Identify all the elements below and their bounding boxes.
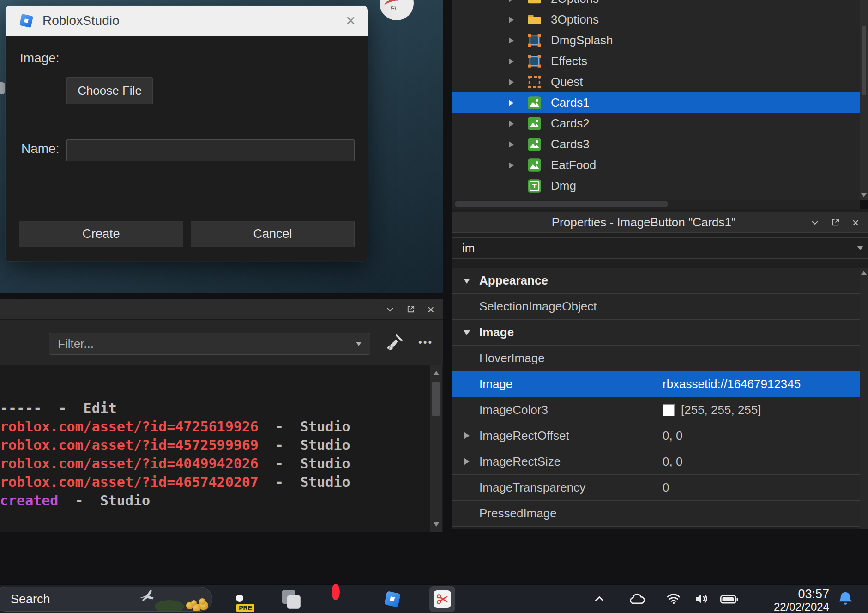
expand-arrow-icon[interactable]: [509, 100, 514, 106]
expand-arrow-icon[interactable]: [509, 17, 514, 23]
popout-icon[interactable]: [405, 304, 416, 315]
dropdown-arrow-icon[interactable]: [857, 246, 863, 250]
explorer-item-3options[interactable]: 3Options: [452, 9, 860, 30]
property-row-imagetransparency[interactable]: ImageTransparency 0: [452, 475, 860, 501]
viewport-ui-fragment: [0, 82, 5, 94]
expand-arrow-icon[interactable]: [509, 79, 514, 85]
explorer-panel: 2Options 3Options DmgSplash Effects: [452, 0, 868, 200]
create-button[interactable]: Create: [19, 221, 183, 247]
more-options-icon[interactable]: •••: [418, 336, 433, 348]
property-row-imagerectoffset[interactable]: ImageRectOffset 0, 0: [452, 423, 860, 449]
expand-arrow-icon[interactable]: [509, 121, 514, 127]
notification-bell-icon[interactable]: [837, 590, 854, 609]
choose-file-button[interactable]: Choose File: [66, 77, 153, 104]
property-value[interactable]: [656, 501, 860, 526]
taskbar-search[interactable]: Search: [0, 587, 212, 612]
expand-arrow-icon[interactable]: [509, 37, 514, 44]
explorer-item-cards1[interactable]: Cards1: [452, 92, 860, 113]
expand-arrow-icon[interactable]: [509, 141, 514, 148]
property-row-image[interactable]: Image rbxassetid://16467912345: [452, 371, 860, 397]
explorer-item-label: EatFood: [551, 158, 596, 172]
output-filter-dropdown[interactable]: Filter...: [49, 333, 370, 355]
property-row-pressedimage[interactable]: PressedImage: [452, 501, 860, 527]
collapse-arrow-icon[interactable]: [464, 279, 470, 284]
taskbar-app-snipping-active[interactable]: [429, 586, 455, 612]
scrollbar-thumb[interactable]: [432, 382, 440, 416]
property-value[interactable]: rbxassetid://16467912345: [656, 371, 860, 397]
section-row-image[interactable]: Image: [452, 320, 860, 346]
name-input[interactable]: [66, 139, 355, 161]
taskbar-app-opera[interactable]: [332, 588, 354, 610]
popout-icon[interactable]: [830, 218, 840, 228]
taskbar-app-paint-preview[interactable]: PRE: [229, 588, 251, 610]
explorer-item-eatfood[interactable]: EatFood: [452, 155, 860, 176]
dropdown-arrow-icon: [356, 342, 362, 346]
property-row-hoverimage[interactable]: HoverImage: [452, 346, 860, 371]
explorer-item-2options[interactable]: 2Options: [452, 0, 860, 9]
explorer-item-quest[interactable]: Quest: [452, 72, 860, 92]
section-label: Appearance: [479, 273, 548, 288]
expand-arrow-icon[interactable]: [464, 458, 470, 465]
close-icon[interactable]: ×: [850, 218, 861, 228]
property-row-selectionimageobject[interactable]: SelectionImageObject: [452, 294, 860, 320]
snip-icon: [434, 590, 451, 608]
taskbar-app-windows[interactable]: [280, 588, 302, 610]
property-value[interactable]: 0: [656, 475, 860, 500]
properties-search-input[interactable]: im: [452, 237, 868, 259]
property-value[interactable]: [656, 294, 860, 319]
expand-arrow-icon[interactable]: [509, 0, 514, 2]
clear-output-icon[interactable]: [385, 334, 404, 352]
chevron-down-icon[interactable]: [385, 304, 395, 315]
color-swatch[interactable]: [663, 404, 675, 416]
explorer-item-dmg[interactable]: T Dmg: [452, 176, 860, 196]
taskbar-clock[interactable]: 03:57 22/02/2024: [774, 587, 829, 613]
expand-arrow-icon[interactable]: [509, 58, 514, 65]
close-icon[interactable]: ×: [346, 12, 356, 29]
chevron-down-icon[interactable]: [810, 218, 820, 228]
viewport-billboard: Fl: [380, 0, 414, 20]
scroll-up-icon[interactable]: [861, 271, 867, 275]
explorer-item-effects[interactable]: Effects: [452, 51, 860, 72]
cancel-button[interactable]: Cancel: [191, 221, 355, 247]
property-row-imagecolor3[interactable]: ImageColor3 [255, 255, 255]: [452, 397, 860, 423]
explorer-item-label: Dmg: [551, 179, 576, 193]
collapse-arrow-icon[interactable]: [464, 330, 470, 335]
tray-chevron-up-icon[interactable]: [592, 591, 606, 607]
property-value[interactable]: [255, 255, 255]: [656, 397, 860, 423]
log-line: roblox.com/asset/?id=4572599969 - Studio: [0, 436, 443, 455]
tray-battery-icon[interactable]: [720, 595, 739, 606]
properties-vertical-scrollbar[interactable]: [860, 268, 868, 529]
tray-wifi-icon[interactable]: [666, 591, 681, 608]
property-row-imagerectsize[interactable]: ImageRectSize 0, 0: [452, 449, 860, 475]
scroll-up-icon[interactable]: [430, 366, 442, 380]
property-value[interactable]: [656, 346, 860, 371]
output-toolbar: Filter... •••: [0, 320, 443, 365]
properties-title: Properties - ImageButton "Cards1": [452, 215, 810, 230]
property-name: SelectionImageObject: [452, 294, 656, 319]
dialog-titlebar[interactable]: RobloxStudio ×: [6, 6, 368, 36]
expand-arrow-icon[interactable]: [464, 432, 470, 439]
expand-arrow-icon[interactable]: [509, 162, 514, 169]
tray-volume-icon[interactable]: [694, 591, 709, 608]
section-row-appearance[interactable]: Appearance: [452, 268, 860, 294]
output-log[interactable]: ----- - Edit roblox.com/asset/?id=472561…: [0, 365, 443, 532]
scrollbar-thumb[interactable]: [862, 26, 866, 95]
explorer-vertical-scrollbar[interactable]: [860, 0, 868, 200]
property-value[interactable]: 0, 0: [656, 423, 860, 449]
explorer-horizontal-scrollbar[interactable]: [452, 200, 860, 209]
taskbar-app-roblox-studio[interactable]: [381, 588, 404, 610]
property-name: PressedImage: [452, 501, 656, 526]
property-value[interactable]: 0, 0: [656, 449, 860, 474]
time-text: 03:57: [774, 587, 829, 601]
scroll-down-icon[interactable]: [430, 517, 442, 531]
close-icon[interactable]: ×: [426, 304, 436, 315]
explorer-item-cards2[interactable]: Cards2: [452, 113, 860, 134]
explorer-item-label: Quest: [551, 75, 583, 89]
output-vertical-scrollbar[interactable]: [430, 365, 442, 532]
explorer-item-cards3[interactable]: Cards3: [452, 134, 860, 155]
scrollbar-thumb[interactable]: [455, 201, 668, 207]
tray-onedrive-cloud-icon[interactable]: [629, 593, 645, 607]
explorer-item-dmgsplash[interactable]: DmgSplash: [452, 30, 860, 51]
scroll-down-icon[interactable]: [861, 193, 867, 197]
property-name: ImageRectOffset: [452, 423, 656, 449]
